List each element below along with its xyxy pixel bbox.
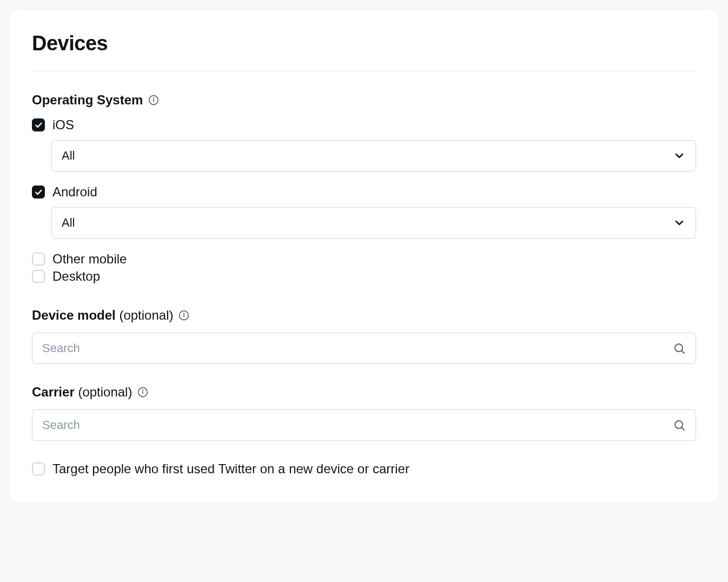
android-version-select[interactable]: All — [51, 207, 696, 239]
os-label-desktop: Desktop — [52, 269, 100, 284]
carrier-label-text: Carrier — [32, 385, 75, 399]
info-icon[interactable] — [148, 95, 159, 105]
carrier-optional: (optional) — [78, 385, 132, 399]
info-icon[interactable] — [178, 310, 189, 321]
device-model-search-input[interactable] — [42, 341, 673, 355]
svg-line-7 — [682, 351, 685, 354]
check-icon — [34, 188, 43, 196]
os-option-other-mobile: Other mobile — [32, 252, 696, 267]
chevron-down-icon — [673, 149, 686, 162]
svg-line-12 — [682, 428, 685, 431]
search-icon — [673, 419, 686, 432]
svg-point-5 — [184, 313, 184, 314]
devices-card: Devices Operating System iOS All A — [10, 10, 718, 503]
os-label-other-mobile: Other mobile — [52, 252, 127, 267]
info-icon[interactable] — [137, 387, 148, 398]
device-model-search[interactable] — [32, 333, 696, 364]
carrier-label: Carrier (optional) — [32, 385, 696, 400]
checkbox-target-new[interactable] — [32, 462, 45, 475]
operating-system-label: Operating System — [32, 92, 696, 108]
page-title: Devices — [32, 32, 696, 55]
device-model-label-text: Device model — [32, 308, 116, 322]
operating-system-label-text: Operating System — [32, 92, 143, 108]
os-option-android: Android — [32, 184, 696, 200]
carrier-search[interactable] — [32, 409, 696, 441]
device-model-label: Device model (optional) — [32, 308, 696, 323]
check-icon — [34, 121, 43, 129]
checkbox-desktop[interactable] — [32, 270, 45, 283]
divider — [32, 71, 696, 72]
checkbox-ios[interactable] — [32, 118, 45, 131]
svg-point-10 — [143, 390, 143, 391]
search-icon — [673, 342, 686, 355]
checkbox-other-mobile[interactable] — [32, 253, 45, 266]
svg-point-2 — [154, 98, 154, 98]
target-new-device-row: Target people who first used Twitter on … — [32, 461, 696, 477]
checkbox-android[interactable] — [32, 186, 45, 199]
ios-version-select[interactable]: All — [51, 140, 696, 171]
android-version-value: All — [62, 216, 75, 230]
os-label-ios: iOS — [52, 117, 74, 133]
os-option-desktop: Desktop — [32, 269, 696, 284]
device-model-optional: (optional) — [119, 308, 173, 322]
ios-version-value: All — [62, 149, 75, 163]
os-option-ios: iOS — [32, 117, 696, 133]
chevron-down-icon — [673, 216, 686, 229]
os-label-android: Android — [52, 184, 97, 200]
carrier-search-input[interactable] — [42, 418, 673, 432]
target-new-label: Target people who first used Twitter on … — [52, 461, 409, 477]
